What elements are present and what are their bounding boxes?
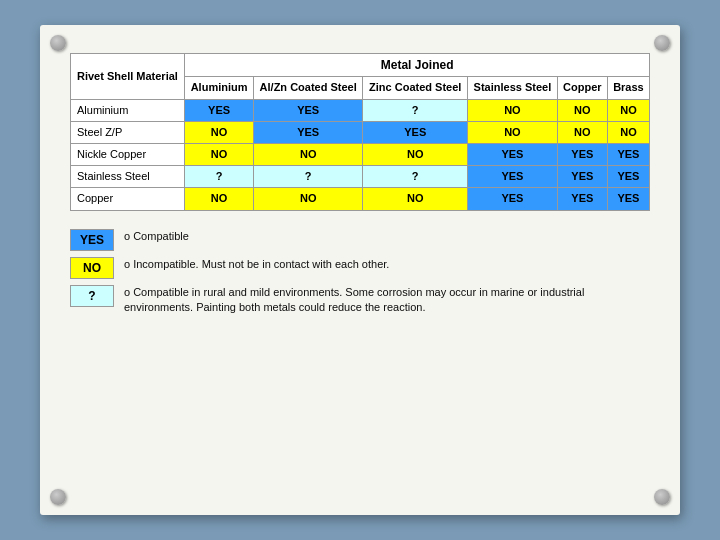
rivet-shell-material-header: Rivet Shell Material: [71, 54, 185, 100]
legend-item: ?o Compatible in rural and mild environm…: [70, 285, 650, 316]
legend-section: YESo CompatibleNOo Incompatible. Must no…: [70, 229, 650, 316]
table-cell: NO: [185, 121, 254, 143]
table-cell: NO: [185, 188, 254, 210]
legend-badge-q: ?: [70, 285, 114, 307]
col-aluminium: Aluminium: [185, 77, 254, 99]
table-row: Nickle CopperNONONOYESYESYES: [71, 143, 650, 165]
table-row: CopperNONONOYESYESYES: [71, 188, 650, 210]
row-label: Stainless Steel: [71, 166, 185, 188]
table-cell: YES: [363, 121, 468, 143]
table-cell: YES: [253, 99, 363, 121]
table-cell: YES: [557, 188, 607, 210]
table-cell: YES: [468, 166, 558, 188]
metal-joined-header: Metal Joined: [185, 54, 650, 77]
table-cell: YES: [607, 188, 649, 210]
table-cell: NO: [253, 188, 363, 210]
table-row: Stainless Steel???YESYESYES: [71, 166, 650, 188]
pin-bottom-right: [654, 489, 670, 505]
legend-text: o Incompatible. Must not be in contact w…: [124, 257, 389, 272]
pin-top-right: [654, 35, 670, 51]
legend-item: YESo Compatible: [70, 229, 650, 251]
row-label: Nickle Copper: [71, 143, 185, 165]
table-cell: NO: [607, 121, 649, 143]
page-content: Rivet Shell Material Metal Joined Alumin…: [70, 53, 650, 315]
table-cell: ?: [253, 166, 363, 188]
table-cell: NO: [363, 143, 468, 165]
table-cell: YES: [607, 166, 649, 188]
row-label: Steel Z/P: [71, 121, 185, 143]
pin-top-left: [50, 35, 66, 51]
col-zinc: Zinc Coated Steel: [363, 77, 468, 99]
table-cell: ?: [363, 166, 468, 188]
legend-badge-no: NO: [70, 257, 114, 279]
col-brass: Brass: [607, 77, 649, 99]
table-cell: YES: [253, 121, 363, 143]
table-cell: YES: [468, 188, 558, 210]
table-cell: YES: [468, 143, 558, 165]
table-cell: NO: [468, 121, 558, 143]
table-row: Steel Z/PNOYESYESNONONO: [71, 121, 650, 143]
table-cell: YES: [607, 143, 649, 165]
legend-badge-yes: YES: [70, 229, 114, 251]
table-cell: NO: [607, 99, 649, 121]
table-cell: NO: [557, 121, 607, 143]
table-cell: YES: [185, 99, 254, 121]
row-label: Copper: [71, 188, 185, 210]
table-cell: YES: [557, 143, 607, 165]
pin-bottom-left: [50, 489, 66, 505]
legend-item: NOo Incompatible. Must not be in contact…: [70, 257, 650, 279]
col-copper: Copper: [557, 77, 607, 99]
table-cell: YES: [557, 166, 607, 188]
table-cell: ?: [185, 166, 254, 188]
table-cell: ?: [363, 99, 468, 121]
table-cell: NO: [185, 143, 254, 165]
col-alzn: Al/Zn Coated Steel: [253, 77, 363, 99]
table-cell: NO: [253, 143, 363, 165]
table-cell: NO: [363, 188, 468, 210]
paper-background: Rivet Shell Material Metal Joined Alumin…: [40, 25, 680, 515]
col-stainless: Stainless Steel: [468, 77, 558, 99]
table-cell: NO: [557, 99, 607, 121]
row-label: Aluminium: [71, 99, 185, 121]
table-row: AluminiumYESYES?NONONO: [71, 99, 650, 121]
legend-text: o Compatible in rural and mild environme…: [124, 285, 650, 316]
legend-text: o Compatible: [124, 229, 189, 244]
compatibility-table: Rivet Shell Material Metal Joined Alumin…: [70, 53, 650, 211]
table-cell: NO: [468, 99, 558, 121]
